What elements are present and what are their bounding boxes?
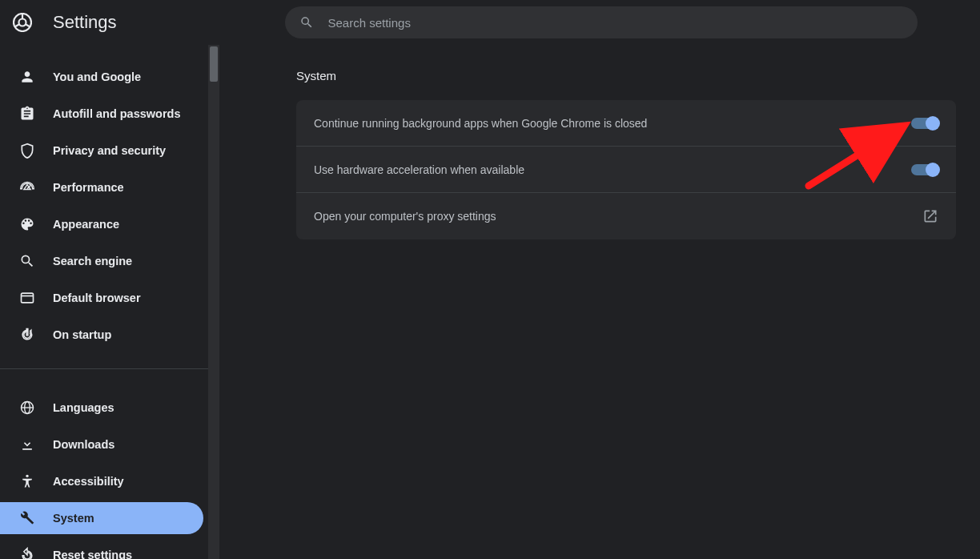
divider bbox=[0, 368, 216, 369]
shield-icon bbox=[19, 143, 35, 159]
sidebar-item-reset-settings[interactable]: Reset settings bbox=[0, 539, 203, 559]
browser-icon bbox=[19, 290, 35, 306]
toggle-knob bbox=[926, 116, 940, 131]
row-label: Continue running background apps when Go… bbox=[314, 117, 647, 130]
reset-icon bbox=[19, 547, 35, 559]
palette-icon bbox=[19, 216, 35, 232]
sidebar: You and Google Autofill and passwords Pr… bbox=[0, 45, 219, 559]
search-container[interactable] bbox=[285, 6, 918, 38]
accessibility-icon bbox=[19, 473, 35, 489]
sidebar-item-label: Default browser bbox=[53, 292, 141, 304]
sidebar-item-label: Languages bbox=[53, 401, 114, 414]
row-proxy-settings[interactable]: Open your computer's proxy settings bbox=[296, 193, 956, 239]
magnify-icon bbox=[19, 253, 35, 269]
sidebar-item-system[interactable]: System bbox=[0, 502, 203, 534]
sidebar-item-autofill[interactable]: Autofill and passwords bbox=[0, 98, 203, 130]
sidebar-item-you-and-google[interactable]: You and Google bbox=[0, 61, 203, 93]
speedometer-icon bbox=[19, 179, 35, 195]
power-icon bbox=[19, 327, 35, 343]
svg-point-7 bbox=[26, 475, 28, 477]
svg-rect-2 bbox=[22, 293, 34, 303]
sidebar-item-accessibility[interactable]: Accessibility bbox=[0, 465, 203, 497]
sidebar-item-label: You and Google bbox=[53, 70, 141, 83]
sidebar-item-label: Search engine bbox=[53, 255, 132, 267]
sidebar-item-label: Performance bbox=[53, 181, 124, 194]
download-icon bbox=[19, 436, 35, 452]
sidebar-item-label: Reset settings bbox=[53, 549, 132, 559]
search-input[interactable] bbox=[328, 16, 903, 30]
chrome-logo-icon bbox=[13, 13, 32, 32]
row-hardware-accel: Use hardware acceleration when available bbox=[296, 147, 956, 193]
sidebar-item-downloads[interactable]: Downloads bbox=[0, 428, 203, 460]
globe-icon bbox=[19, 400, 35, 416]
section-title: System bbox=[296, 69, 956, 82]
scrollbar-track[interactable] bbox=[208, 45, 219, 559]
row-label: Open your computer's proxy settings bbox=[314, 210, 496, 223]
row-background-apps: Continue running background apps when Go… bbox=[296, 100, 956, 147]
sidebar-item-label: Accessibility bbox=[53, 475, 124, 488]
person-icon bbox=[19, 69, 35, 85]
toggle-background-apps[interactable] bbox=[911, 118, 938, 129]
header: Settings bbox=[0, 0, 980, 45]
svg-point-1 bbox=[19, 19, 26, 26]
sidebar-item-on-startup[interactable]: On startup bbox=[0, 319, 203, 351]
sidebar-item-label: Privacy and security bbox=[53, 144, 166, 157]
sidebar-item-appearance[interactable]: Appearance bbox=[0, 208, 203, 240]
clipboard-icon bbox=[19, 106, 35, 122]
sidebar-item-default-browser[interactable]: Default browser bbox=[0, 282, 203, 314]
sidebar-item-label: System bbox=[53, 512, 94, 525]
main-content: System Continue running background apps … bbox=[219, 45, 980, 559]
external-link-icon bbox=[922, 208, 938, 224]
sidebar-item-search-engine[interactable]: Search engine bbox=[0, 245, 203, 277]
page-title: Settings bbox=[53, 12, 117, 33]
sidebar-item-performance[interactable]: Performance bbox=[0, 171, 203, 203]
wrench-icon bbox=[19, 510, 35, 526]
toggle-hardware-accel[interactable] bbox=[911, 164, 938, 175]
scrollbar-thumb[interactable] bbox=[210, 46, 218, 82]
search-icon bbox=[299, 15, 314, 30]
sidebar-item-label: On startup bbox=[53, 328, 111, 341]
settings-panel: Continue running background apps when Go… bbox=[296, 100, 956, 239]
row-label: Use hardware acceleration when available bbox=[314, 163, 524, 176]
sidebar-item-privacy[interactable]: Privacy and security bbox=[0, 135, 203, 167]
sidebar-item-label: Autofill and passwords bbox=[53, 107, 181, 120]
sidebar-item-label: Appearance bbox=[53, 218, 119, 231]
sidebar-item-label: Downloads bbox=[53, 438, 114, 451]
toggle-knob bbox=[926, 163, 940, 177]
sidebar-item-languages[interactable]: Languages bbox=[0, 392, 203, 424]
